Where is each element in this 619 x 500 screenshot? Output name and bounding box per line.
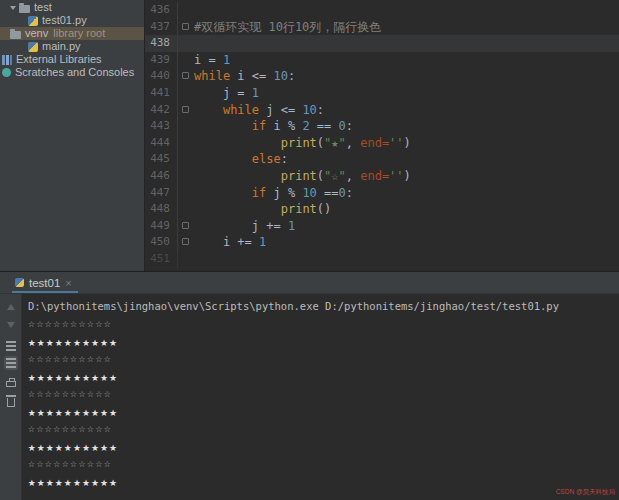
fold-marker-icon[interactable]: [182, 222, 189, 229]
editor-line-443[interactable]: 443 if i % 2 == 0:: [145, 118, 619, 135]
fold-gutter[interactable]: [177, 234, 194, 251]
tree-item-venv[interactable]: venvlibrary root: [0, 27, 144, 40]
editor-line-451[interactable]: 451: [145, 251, 619, 268]
editor-line-440[interactable]: 440while i <= 10:: [145, 68, 619, 85]
tree-item-label: venv: [25, 27, 48, 40]
line-number[interactable]: 439: [145, 52, 177, 69]
code-text[interactable]: print(): [194, 201, 619, 218]
line-number[interactable]: 444: [145, 135, 177, 152]
code-text[interactable]: print("☆", end=''): [194, 168, 619, 185]
code-text[interactable]: j = 1: [194, 85, 619, 102]
line-number[interactable]: 446: [145, 168, 177, 185]
tree-item-scratches-and-consoles[interactable]: Scratches and Consoles: [0, 66, 144, 79]
run-tab-test01[interactable]: test01 ×: [0, 272, 80, 293]
line-number[interactable]: 445: [145, 151, 177, 168]
fold-gutter[interactable]: [177, 185, 194, 202]
fold-marker-icon[interactable]: [182, 72, 189, 79]
editor-line-444[interactable]: 444 print("★", end=''): [145, 135, 619, 152]
line-number[interactable]: 443: [145, 118, 177, 135]
code-text[interactable]: i += 1: [194, 234, 619, 251]
code-text[interactable]: [194, 251, 619, 268]
tree-item-external-libraries[interactable]: External Libraries: [0, 53, 144, 66]
close-icon[interactable]: ×: [65, 277, 71, 289]
code-text[interactable]: else:: [194, 151, 619, 168]
editor-line-442[interactable]: 442 while j <= 10:: [145, 102, 619, 119]
fold-marker-icon[interactable]: [182, 106, 189, 113]
code-text[interactable]: if i % 2 == 0:: [194, 118, 619, 135]
line-number[interactable]: 442: [145, 102, 177, 119]
line-number[interactable]: 450: [145, 234, 177, 251]
editor-line-446[interactable]: 446 print("☆", end=''): [145, 168, 619, 185]
scratch-icon: [2, 68, 11, 77]
tree-item-label: External Libraries: [16, 53, 102, 66]
console-output-line: ★★★★★★★★★★: [28, 403, 619, 421]
code-text[interactable]: i = 1: [194, 52, 619, 69]
code-text[interactable]: [194, 2, 619, 19]
chevron-down-icon[interactable]: [10, 6, 16, 10]
editor-line-436[interactable]: 436: [145, 2, 619, 19]
code-text[interactable]: #双循环实现 10行10列，隔行换色: [194, 19, 619, 36]
editor-line-441[interactable]: 441 j = 1: [145, 85, 619, 102]
fold-gutter[interactable]: [177, 135, 194, 152]
code-text[interactable]: if j % 10 ==0:: [194, 185, 619, 202]
editor-line-439[interactable]: 439i = 1: [145, 52, 619, 69]
fold-marker-icon[interactable]: [182, 23, 189, 30]
python-file-icon: [15, 278, 24, 287]
line-number[interactable]: 448: [145, 201, 177, 218]
code-text[interactable]: while i <= 10:: [194, 68, 619, 85]
up-stack-trace-icon[interactable]: [4, 300, 18, 314]
tree-item-test[interactable]: test: [0, 1, 144, 14]
code-text[interactable]: while j <= 10:: [194, 102, 619, 119]
editor-line-450[interactable]: 450 i += 1: [145, 234, 619, 251]
editor-line-449[interactable]: 449 j += 1: [145, 218, 619, 235]
line-number[interactable]: 437: [145, 19, 177, 36]
console-output-line: ★★★★★★★★★★: [28, 438, 619, 456]
fold-gutter[interactable]: [177, 19, 194, 36]
console-output-line: ☆☆☆☆☆☆☆☆☆☆: [28, 350, 619, 368]
console-output-line: ★★★★★★★★★★: [28, 473, 619, 491]
fold-gutter[interactable]: [177, 218, 194, 235]
fold-gutter[interactable]: [177, 251, 194, 268]
code-text[interactable]: print("★", end=''): [194, 135, 619, 152]
fold-marker-icon[interactable]: [182, 238, 189, 245]
line-number[interactable]: 438: [145, 35, 177, 52]
csdn-watermark: CSDN @昊天科技局: [556, 488, 615, 497]
code-editor[interactable]: 436437#双循环实现 10行10列，隔行换色438439i = 1440wh…: [145, 0, 619, 271]
tree-item-main-py[interactable]: main.py: [0, 40, 144, 53]
editor-line-437[interactable]: 437#双循环实现 10行10列，隔行换色: [145, 19, 619, 36]
line-number[interactable]: 436: [145, 2, 177, 19]
code-text[interactable]: [194, 35, 619, 52]
folder-icon: [19, 5, 30, 13]
fold-gutter[interactable]: [177, 85, 194, 102]
project-tree-panel: testtest01.pyvenvlibrary rootmain.pyExte…: [0, 0, 145, 271]
scroll-to-end-icon[interactable]: [4, 356, 18, 370]
soft-wrap-icon[interactable]: [4, 339, 18, 353]
fold-gutter[interactable]: [177, 118, 194, 135]
editor-line-438[interactable]: 438: [145, 35, 619, 52]
fold-gutter[interactable]: [177, 68, 194, 85]
tree-item-label: main.py: [42, 40, 81, 53]
fold-gutter[interactable]: [177, 2, 194, 19]
fold-gutter[interactable]: [177, 168, 194, 185]
console-output-line: ☆☆☆☆☆☆☆☆☆☆: [28, 420, 619, 438]
run-console: D:\pythonitems\jinghao\venv\Scripts\pyth…: [0, 294, 619, 500]
editor-line-445[interactable]: 445 else:: [145, 151, 619, 168]
line-number[interactable]: 440: [145, 68, 177, 85]
line-number[interactable]: 441: [145, 85, 177, 102]
clear-all-icon[interactable]: [4, 394, 18, 408]
fold-gutter[interactable]: [177, 201, 194, 218]
editor-line-447[interactable]: 447 if j % 10 ==0:: [145, 185, 619, 202]
line-number[interactable]: 447: [145, 185, 177, 202]
code-text[interactable]: j += 1: [194, 218, 619, 235]
editor-line-448[interactable]: 448 print(): [145, 201, 619, 218]
fold-gutter[interactable]: [177, 35, 194, 52]
tree-item-test01-py[interactable]: test01.py: [0, 14, 144, 27]
fold-gutter[interactable]: [177, 52, 194, 69]
down-stack-trace-icon[interactable]: [4, 318, 18, 332]
tree-item-suffix: library root: [53, 27, 105, 40]
fold-gutter[interactable]: [177, 102, 194, 119]
print-icon[interactable]: [4, 375, 18, 389]
line-number[interactable]: 451: [145, 251, 177, 268]
fold-gutter[interactable]: [177, 151, 194, 168]
line-number[interactable]: 449: [145, 218, 177, 235]
